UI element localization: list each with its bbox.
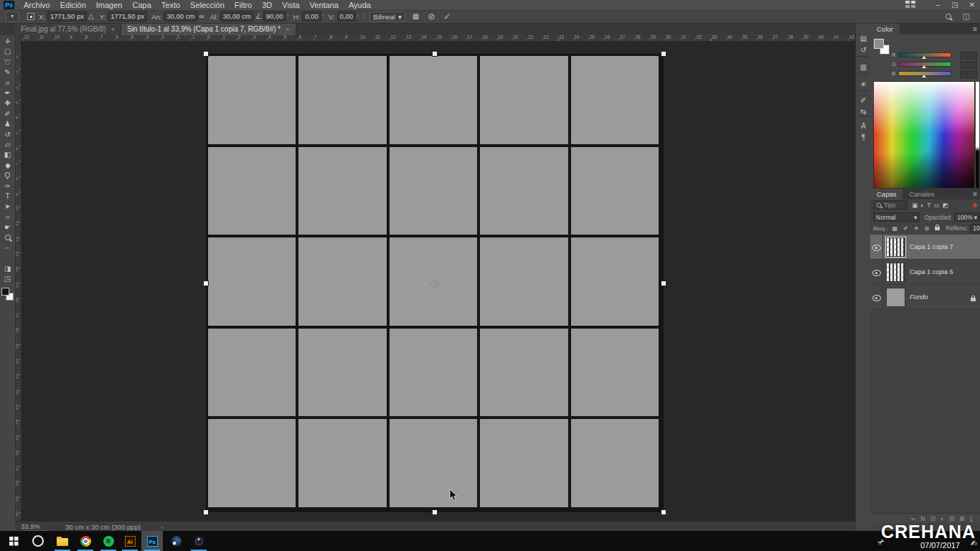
lock-all-icon[interactable] xyxy=(935,225,940,232)
menu-item-vista[interactable]: Vista xyxy=(277,0,304,10)
lock-pixels-icon[interactable]: ✐ xyxy=(903,225,908,232)
relative-position-icon[interactable]: △ xyxy=(88,12,94,21)
steam-app[interactable] xyxy=(165,531,187,551)
clone-source-panel-icon[interactable]: ⇆ xyxy=(856,108,871,116)
panel-menu-icon[interactable]: ≡ xyxy=(973,190,977,198)
slider-value-field[interactable] xyxy=(960,52,977,60)
styles-panel-icon[interactable]: ✳ xyxy=(856,80,871,89)
layer-thumbnail[interactable] xyxy=(886,263,905,282)
menu-item-ayuda[interactable]: Ayuda xyxy=(344,0,376,10)
color-spectrum-edge[interactable] xyxy=(976,82,979,194)
history-panel-icon[interactable]: ↺ xyxy=(856,46,871,55)
opacity-dropdown[interactable]: 100% ▾ xyxy=(954,212,980,222)
layer-group-icon[interactable]: ⊟ xyxy=(949,515,954,522)
slider-value-field[interactable] xyxy=(960,61,977,69)
document-tab-2[interactable]: Sin título-1 al 33,9% (Capa 1 copia 7, R… xyxy=(121,23,296,35)
lock-artboard-icon[interactable]: ⊞ xyxy=(924,225,929,232)
commit-transform-icon[interactable]: ✓ xyxy=(443,12,451,21)
delete-layer-icon[interactable]: ▯ xyxy=(969,515,973,522)
eye-icon[interactable] xyxy=(872,295,881,301)
brush-tool[interactable]: ✐ xyxy=(0,109,15,119)
blend-mode-dropdown[interactable]: Normal ▾ xyxy=(873,212,920,222)
restore-button[interactable]: ◳ xyxy=(950,0,960,10)
transform-handle[interactable] xyxy=(203,51,209,57)
menu-item-edicion[interactable]: Edición xyxy=(55,0,91,10)
link-layers-icon[interactable]: ∞ xyxy=(911,515,915,522)
quick-mask-button[interactable]: ◨ xyxy=(0,264,15,274)
menu-item-imagen[interactable]: Imagen xyxy=(91,0,128,10)
tool-preset-icon[interactable]: ▾ xyxy=(6,11,19,22)
blur-tool[interactable] xyxy=(0,161,15,171)
cancel-transform-icon[interactable]: ⊘ xyxy=(428,12,435,21)
filter-type-icon[interactable]: T xyxy=(927,202,930,209)
healing-brush-tool[interactable]: ✚ xyxy=(0,98,15,108)
link-dimensions-icon[interactable]: ∞ xyxy=(199,12,204,21)
layer-thumbnail[interactable] xyxy=(886,288,905,307)
chrome-app[interactable] xyxy=(75,531,96,551)
panel-menu-icon[interactable]: ≡ xyxy=(973,25,977,33)
document-tab-1[interactable]: Final.jpg al 77,5% (RGB/8)× xyxy=(15,23,121,35)
menu-item-texto[interactable]: Texto xyxy=(156,0,185,10)
close-icon[interactable]: × xyxy=(286,26,289,33)
transform-handle[interactable] xyxy=(203,281,209,286)
edit-toolbar-button[interactable]: ⋯ xyxy=(0,243,15,253)
layer-row-fondo[interactable]: Fondo xyxy=(870,285,980,310)
paragraph-panel-icon[interactable]: ¶ xyxy=(856,133,871,142)
history-brush-tool[interactable]: ↺ xyxy=(0,130,15,140)
filter-smart-object-icon[interactable]: ◩ xyxy=(942,202,948,209)
filter-type-dropdown[interactable]: Tipo xyxy=(873,200,908,209)
new-layer-icon[interactable]: ⊞ xyxy=(959,515,964,522)
transform-handle[interactable] xyxy=(661,51,666,57)
close-button[interactable]: ✕ xyxy=(967,0,977,10)
zoom-tool[interactable] xyxy=(0,233,15,243)
start-button[interactable] xyxy=(3,531,24,551)
screen-mode-button[interactable]: ◳ xyxy=(0,274,15,284)
foreground-swatch[interactable] xyxy=(874,39,884,49)
transform-handle[interactable] xyxy=(661,509,666,515)
transform-height-field[interactable]: 30,00 cm xyxy=(220,11,254,22)
crop-tool[interactable]: ⌗ xyxy=(0,78,15,88)
quick-selection-tool[interactable]: ✎ xyxy=(0,67,15,77)
menu-item-filtro[interactable]: Filtro xyxy=(230,0,257,10)
warp-mode-icon[interactable]: ▦ xyxy=(413,12,419,21)
visibility-cell[interactable] xyxy=(870,260,883,284)
transform-width-field[interactable]: 30,00 cm xyxy=(164,11,197,22)
eyedropper-tool[interactable]: ✒ xyxy=(0,88,15,98)
path-selection-tool[interactable]: ➤ xyxy=(0,202,15,212)
histogram-panel-icon[interactable]: ▥ xyxy=(856,63,871,72)
canvas-pasteboard[interactable] xyxy=(21,41,855,521)
hand-tool[interactable]: ☛ xyxy=(0,222,15,232)
v-skew-field[interactable]: 0,00 xyxy=(337,11,357,22)
shape-tool[interactable]: ○ xyxy=(0,212,15,222)
illustrator-app[interactable]: Ai xyxy=(119,531,141,551)
character-panel-icon[interactable]: A xyxy=(856,122,871,131)
visibility-cell[interactable] xyxy=(870,235,883,259)
cortana-button[interactable] xyxy=(27,531,49,551)
brush-settings-panel-icon[interactable]: ✐ xyxy=(856,96,871,105)
menu-item-3d[interactable]: 3D xyxy=(257,0,277,10)
rotation-angle-field[interactable]: 90,00 xyxy=(263,11,286,22)
eye-icon[interactable] xyxy=(872,245,881,251)
lock-transparency-icon[interactable]: ▦ xyxy=(892,225,897,232)
adjustments-panel-icon[interactable]: ▤ xyxy=(856,34,871,43)
zoom-level-field[interactable]: 33,9% xyxy=(21,522,50,531)
fill-dropdown[interactable]: 100% ▾ xyxy=(970,224,980,233)
foreground-background-swatches[interactable] xyxy=(1,288,14,301)
file-explorer-app[interactable] xyxy=(52,531,73,551)
search-icon[interactable] xyxy=(946,14,951,19)
layer-row-capa-1-copia-7[interactable]: Capa 1 copia 7 xyxy=(870,235,980,260)
transform-handle[interactable] xyxy=(432,51,438,57)
tab-capas[interactable]: Capas xyxy=(870,189,903,199)
layer-thumbnail[interactable] xyxy=(886,237,905,257)
transform-handle[interactable] xyxy=(432,509,438,515)
layer-row-capa-1-copia-6[interactable]: Capa 1 copia 6 xyxy=(870,260,980,285)
color-spectrum[interactable] xyxy=(873,81,975,196)
transform-handle[interactable] xyxy=(203,509,209,515)
menu-item-archivo[interactable]: Archivo xyxy=(19,0,55,10)
marquee-tool[interactable]: ▢ xyxy=(0,47,15,57)
filter-shape-icon[interactable]: ▭ xyxy=(933,202,939,209)
slider-thumb[interactable] xyxy=(922,56,926,59)
lasso-tool[interactable]: ➰ xyxy=(0,57,15,67)
tab-color[interactable]: Color xyxy=(870,24,900,34)
filter-adjustment-icon[interactable]: ◐ xyxy=(920,202,924,209)
